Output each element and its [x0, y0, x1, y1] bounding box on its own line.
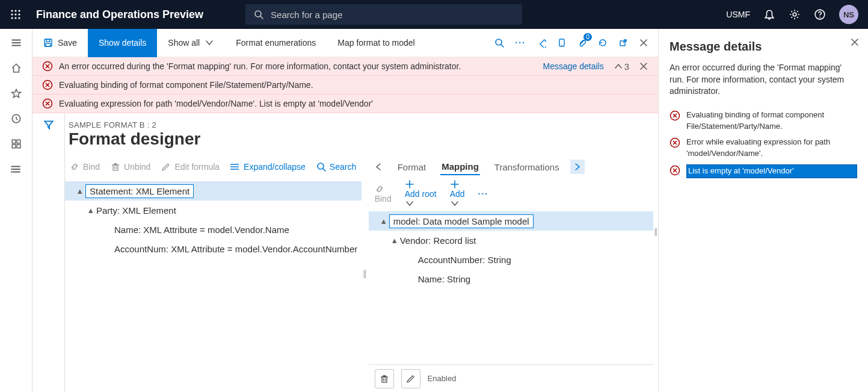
pencil-icon	[406, 374, 416, 384]
tree-node-label: Statement: XML Element	[85, 184, 194, 198]
more-mapping[interactable]: ···	[478, 189, 489, 199]
filter-column	[32, 113, 65, 392]
right-pane-tabs: Format Mapping Transformations	[369, 155, 653, 179]
tab-transformations[interactable]: Transformations	[493, 160, 559, 175]
avatar[interactable]: NS	[839, 5, 858, 24]
error-banners: An error occurred during the 'Format map…	[32, 57, 658, 113]
tab-next[interactable]	[570, 160, 585, 174]
refresh-icon[interactable]	[598, 38, 608, 48]
right-edge-handle[interactable]: ∥	[653, 155, 658, 392]
toggle-icon[interactable]: ▴	[85, 205, 96, 216]
show-all-button[interactable]: Show all	[157, 29, 225, 57]
page-title: Format designer	[65, 129, 658, 155]
dismiss-errors[interactable]	[639, 61, 648, 71]
error-icon	[42, 79, 53, 90]
close-page-icon[interactable]	[639, 38, 648, 48]
split-handle[interactable]: ∥	[362, 155, 369, 392]
show-all-label: Show all	[168, 38, 200, 48]
attach-icon[interactable]: 0	[577, 38, 587, 48]
search-tree-action[interactable]: Search	[316, 162, 356, 172]
toggle-icon[interactable]: ▴	[378, 216, 389, 226]
top-navbar: Finance and Operations Preview USMF NS	[0, 0, 868, 29]
tree-row[interactable]: ▴ Statement: XML Element	[65, 181, 362, 201]
global-search[interactable]	[245, 4, 522, 25]
save-button[interactable]: Save	[32, 29, 88, 57]
toggle-icon[interactable]: ▴	[75, 185, 85, 196]
waffle-icon[interactable]	[6, 5, 25, 24]
enabled-label: Enabled	[428, 374, 457, 383]
tree-row[interactable]: AccountNum: XML Attribute = model.Vendor…	[65, 239, 362, 258]
tab-format[interactable]: Format	[396, 160, 428, 175]
banner-text: Evaluating expression for path 'model/Ve…	[59, 99, 373, 108]
chevron-down-icon	[405, 199, 414, 208]
show-details-button[interactable]: Show details	[88, 29, 157, 57]
banner-text: Evaluating binding of format component F…	[59, 80, 313, 90]
tree-row[interactable]: ▴ model: Data model Sample model	[369, 211, 653, 231]
show-details-label: Show details	[99, 38, 146, 48]
phone-icon[interactable]	[557, 38, 567, 48]
plus-icon	[450, 179, 460, 189]
modules-icon[interactable]	[11, 164, 22, 175]
close-panel[interactable]	[850, 37, 860, 47]
star-icon[interactable]	[11, 88, 22, 99]
gear-icon[interactable]	[789, 8, 801, 20]
message-item[interactable]: Evaluating binding of format component F…	[669, 107, 857, 135]
banner-row: An error occurred during the 'Format map…	[32, 57, 658, 76]
funnel-icon[interactable]	[43, 119, 54, 392]
message-details-panel: Message details An error occurred during…	[659, 29, 868, 392]
home-icon[interactable]	[11, 63, 22, 73]
bell-icon[interactable]	[763, 8, 775, 20]
tree-node-label: Vendor: Record list	[400, 235, 476, 246]
trash-icon	[111, 162, 120, 172]
message-details-link[interactable]: Message details	[543, 61, 603, 71]
hamburger-icon[interactable]	[11, 37, 22, 48]
pencil-icon	[161, 162, 171, 172]
banner-row: Evaluating expression for path 'model/Ve…	[32, 95, 658, 113]
tree-row[interactable]: ▴ Vendor: Record list	[369, 231, 653, 250]
add-root-action[interactable]: Add root	[405, 179, 437, 208]
tree-row[interactable]: AccountNumber: String	[369, 250, 653, 269]
expand-collapse-action[interactable]: Expand/collapse	[230, 162, 306, 172]
format-tree: ▴ Statement: XML Element ▴ Party: XML El…	[65, 179, 362, 261]
diamond-icon[interactable]	[537, 38, 546, 48]
mapping-toolbar: Bind Add root Add ···	[369, 179, 653, 209]
search-action[interactable]	[494, 38, 504, 48]
tree-row[interactable]: Name: XML Attribute = model.Vendor.Name	[65, 220, 362, 239]
error-icon	[669, 110, 680, 121]
link-icon	[375, 184, 384, 194]
save-label: Save	[58, 38, 77, 48]
clock-icon[interactable]	[11, 113, 22, 124]
collapse-errors[interactable]: 3	[614, 61, 629, 72]
format-enumerations-button[interactable]: Format enumerations	[225, 29, 327, 57]
add-action[interactable]: Add	[450, 179, 465, 208]
edit-button[interactable]	[401, 369, 420, 388]
more-action[interactable]: ···	[515, 38, 526, 48]
tree-node-label: AccountNumber: String	[418, 255, 511, 265]
workspace-icon[interactable]	[11, 138, 22, 149]
edit-formula-action[interactable]: Edit formula	[161, 162, 220, 172]
search-icon	[316, 162, 326, 172]
error-icon	[42, 61, 53, 72]
error-icon	[669, 137, 680, 148]
map-format-button[interactable]: Map format to model	[327, 29, 425, 57]
delete-button[interactable]	[375, 369, 394, 388]
tree-node-label: AccountNum: XML Attribute = model.Vendor…	[114, 244, 357, 254]
tab-mapping[interactable]: Mapping	[440, 159, 480, 175]
search-input[interactable]	[269, 9, 514, 20]
tab-prev[interactable]	[371, 160, 386, 174]
toggle-icon[interactable]: ▴	[389, 235, 400, 246]
bind-action[interactable]: Bind	[70, 162, 100, 172]
legal-entity[interactable]: USMF	[726, 10, 750, 19]
chevron-up-icon	[614, 61, 623, 71]
map-format-label: Map format to model	[337, 38, 414, 48]
help-icon[interactable]	[814, 8, 826, 20]
message-item-selected[interactable]: List is empty at 'model/Vendor'	[669, 162, 857, 181]
unbind-action[interactable]: Unbind	[111, 162, 150, 172]
tree-row[interactable]: Name: String	[369, 269, 653, 288]
popout-icon[interactable]	[618, 38, 628, 48]
property-bar: Enabled	[369, 364, 653, 392]
message-item[interactable]: Error while evaluating expression for pa…	[669, 134, 857, 162]
bind-action-right[interactable]: Bind	[375, 184, 392, 204]
tree-row[interactable]: ▴ Party: XML Element	[65, 201, 362, 220]
avatar-initials: NS	[843, 10, 854, 19]
